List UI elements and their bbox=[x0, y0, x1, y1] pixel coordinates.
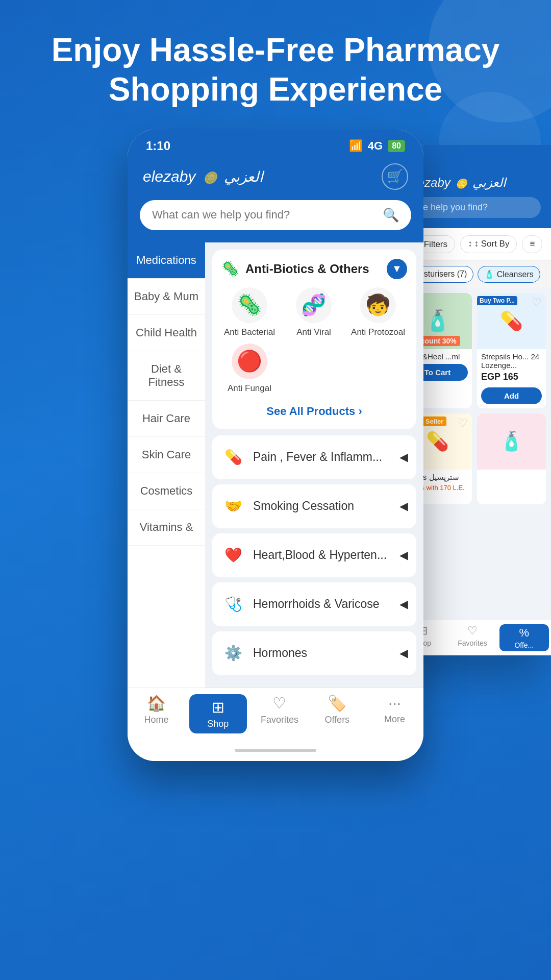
search-section: 🔍 bbox=[128, 200, 423, 242]
main-phone: 1:10 📶 4G 80 elezaby 🪙 العزبي 🛒 bbox=[128, 130, 423, 761]
smoking-icon: 🤝 bbox=[220, 494, 246, 519]
heart-blood-icon: ❤️ bbox=[220, 543, 246, 568]
search-bar[interactable]: 🔍 bbox=[140, 200, 411, 230]
sidebar-item-cosmetics[interactable]: Cosmetics bbox=[128, 473, 205, 509]
hero-title: Enjoy Hassle-Free Pharmacy Shopping Expe… bbox=[41, 31, 510, 109]
bottom-navigation: 🏠 Home ⊞ Shop ♡ Favorites 🏷️ Offers ··· … bbox=[128, 688, 423, 744]
category-row-smoking[interactable]: 🤝 Smoking Cessation ◀ bbox=[212, 484, 416, 528]
nav-home[interactable]: 🏠 Home bbox=[128, 694, 185, 733]
product-card-2: 💊 Buy Two P... ♡ Strepsils Ho... 24 Loze… bbox=[477, 293, 546, 408]
second-search[interactable]: we help you find? bbox=[408, 197, 541, 218]
add-to-cart-2[interactable]: Add bbox=[481, 387, 542, 404]
second-offers-icon: % bbox=[519, 626, 530, 640]
sidebar-item-baby-mum[interactable]: Baby & Mum bbox=[128, 279, 205, 315]
logo-area: elezaby 🪙 العزبي bbox=[143, 168, 263, 185]
expanded-category-card: 🦠 Anti-Biotics & Others ▼ 🦠 Anti Bacteri… bbox=[212, 250, 416, 429]
shop-icon: ⊞ bbox=[212, 698, 224, 716]
subcategory-antiviral[interactable]: 🧬 Anti Viral bbox=[286, 287, 342, 337]
hero-section: Enjoy Hassle-Free Pharmacy Shopping Expe… bbox=[0, 0, 551, 130]
cart-icon: 🛒 bbox=[387, 168, 403, 184]
subcategory-antifungal[interactable]: 🔴 Anti Fungal bbox=[221, 344, 278, 394]
battery-indicator: 80 bbox=[388, 140, 405, 152]
category-icon: 🦠 bbox=[221, 260, 239, 277]
chevron-icon: ◀ bbox=[399, 451, 408, 464]
status-time: 1:10 bbox=[146, 139, 170, 153]
category-header: 🦠 Anti-Biotics & Others ▼ bbox=[221, 259, 407, 279]
favorite-icon-2[interactable]: ♡ bbox=[532, 296, 542, 309]
search-icon: 🔍 bbox=[383, 207, 399, 223]
more-icon: ··· bbox=[388, 694, 401, 712]
subcategory-antiprotozoal[interactable]: 🧒 Anti Protozoal bbox=[350, 287, 406, 337]
product-image-4: 🧴 bbox=[477, 413, 546, 470]
favorites-icon: ♡ bbox=[272, 694, 286, 712]
signal-icon: 📶 bbox=[349, 139, 363, 153]
product-image-2: 💊 Buy Two P... ♡ bbox=[477, 293, 546, 349]
category-row-hormones[interactable]: ⚙️ Hormones ◀ bbox=[212, 631, 416, 675]
chevron-icon: ◀ bbox=[399, 647, 408, 660]
expand-toggle[interactable]: ▼ bbox=[387, 259, 407, 279]
subcategory-grid-2: 🔴 Anti Fungal bbox=[221, 344, 407, 394]
hemorrhoids-icon: 🩺 bbox=[220, 592, 246, 617]
product-price-2: EGP 165 bbox=[477, 371, 546, 385]
logo-text: elezaby 🪙 العزبي bbox=[143, 168, 263, 185]
second-nav-offers[interactable]: % Offe... bbox=[499, 624, 549, 651]
nav-favorites[interactable]: ♡ Favorites bbox=[251, 694, 309, 733]
chip-cleansers[interactable]: 🧴 Cleansers bbox=[478, 266, 540, 283]
category-row-heart[interactable]: ❤️ Heart,Blood & Hyperten... ◀ bbox=[212, 533, 416, 577]
see-all-products-link[interactable]: See All Products › bbox=[221, 400, 407, 420]
hormones-icon: ⚙️ bbox=[220, 641, 246, 666]
status-bar: 1:10 📶 4G 80 bbox=[128, 130, 423, 158]
chevron-icon: ◀ bbox=[399, 500, 408, 513]
network-type: 4G bbox=[368, 139, 383, 153]
sort-by-button[interactable]: ↕ ↕ Sort By bbox=[460, 235, 517, 253]
home-icon: 🏠 bbox=[147, 694, 166, 712]
chevron-icon: ◀ bbox=[399, 598, 408, 611]
category-row-pain[interactable]: 💊 Pain , Fever & Inflamm... ◀ bbox=[212, 435, 416, 479]
content-area: Medications Baby & Mum Child Health Diet… bbox=[128, 242, 423, 688]
main-panel: 🦠 Anti-Biotics & Others ▼ 🦠 Anti Bacteri… bbox=[205, 242, 423, 688]
nav-offers[interactable]: 🏷️ Offers bbox=[308, 694, 366, 733]
product-name-2: Strepsils Ho... 24 Lozenge... bbox=[477, 349, 546, 371]
nav-shop[interactable]: ⊞ Shop bbox=[189, 694, 247, 733]
sidebar-item-skin-care[interactable]: Skin Care bbox=[128, 437, 205, 473]
chevron-icon: ◀ bbox=[399, 549, 408, 562]
app-header: elezaby 🪙 العزبي 🛒 bbox=[128, 158, 423, 200]
favorite-icon-3[interactable]: ♡ bbox=[458, 416, 468, 430]
cart-button[interactable]: 🛒 bbox=[382, 163, 408, 190]
sidebar-item-hair-care[interactable]: Hair Care bbox=[128, 401, 205, 437]
sidebar-item-diet-fitness[interactable]: Diet & Fitness bbox=[128, 351, 205, 401]
phones-showcase: 1:10 📶 4G 80 elezaby 🪙 العزبي 🛒 bbox=[0, 130, 551, 761]
home-indicator bbox=[128, 744, 423, 761]
sidebar-item-vitamins[interactable]: Vitamins & bbox=[128, 509, 205, 546]
product-card-4: 🧴 bbox=[477, 413, 546, 504]
nav-more[interactable]: ··· More bbox=[366, 694, 423, 733]
sort-icon: ↕ bbox=[468, 239, 472, 249]
sidebar-item-child-health[interactable]: Child Health bbox=[128, 315, 205, 351]
second-nav-favorites[interactable]: ♡ Favorites bbox=[447, 624, 497, 651]
second-favorites-icon: ♡ bbox=[467, 624, 478, 638]
buy2-badge: Buy Two P... bbox=[477, 296, 517, 305]
category-sidebar: Medications Baby & Mum Child Health Diet… bbox=[128, 242, 205, 688]
subcategory-grid: 🦠 Anti Bacterial 🧬 Anti Viral 🧒 Anti Pro… bbox=[221, 287, 407, 337]
offers-icon: 🏷️ bbox=[328, 694, 346, 712]
home-bar bbox=[235, 749, 316, 752]
list-view-button[interactable]: ≡ bbox=[522, 235, 542, 253]
category-title: Anti-Biotics & Others bbox=[245, 262, 369, 276]
search-input[interactable] bbox=[152, 208, 377, 222]
second-logo: elezaby 🪙 العزبي bbox=[408, 176, 541, 190]
sidebar-item-medications[interactable]: Medications bbox=[128, 242, 205, 279]
category-row-hemorrhoids[interactable]: 🩺 Hemorrhoids & Varicose ◀ bbox=[212, 582, 416, 626]
subcategory-antibacterial[interactable]: 🦠 Anti Bacterial bbox=[221, 287, 278, 337]
pain-icon: 💊 bbox=[220, 445, 246, 470]
